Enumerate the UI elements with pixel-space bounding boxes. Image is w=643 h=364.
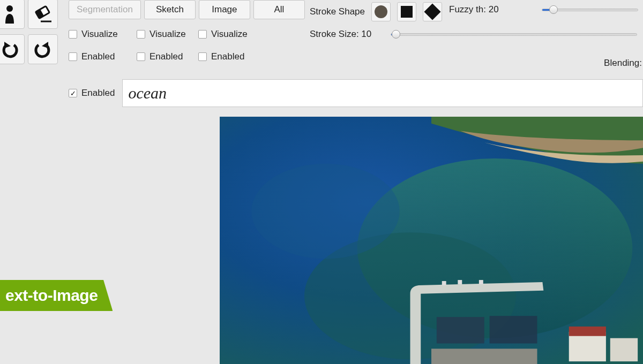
ocean-image-icon xyxy=(220,117,643,364)
text-prompt-input[interactable] xyxy=(122,79,643,107)
redo-tool-button[interactable] xyxy=(28,34,58,64)
person-tool-button[interactable] xyxy=(0,0,25,29)
fuzzy-threshold-row: Fuzzy th: 20 xyxy=(449,4,638,15)
visualize-checkbox-segmentation[interactable]: Visualize xyxy=(69,29,130,40)
svg-rect-12 xyxy=(569,327,606,336)
svg-rect-15 xyxy=(458,280,462,284)
undo-tool-button[interactable] xyxy=(0,34,25,64)
undo-icon xyxy=(0,39,20,60)
mode-button-row: Segmentation Sketch Image All xyxy=(69,0,305,19)
stroke-size-label: Stroke Size: 10 xyxy=(310,29,371,40)
tool-palette xyxy=(0,0,58,64)
checkbox-icon xyxy=(69,30,77,39)
enabled-checkbox-sketch[interactable]: Enabled xyxy=(137,51,198,62)
checkbox-label: Visualize xyxy=(81,29,118,40)
checkbox-icon xyxy=(137,30,145,39)
checkbox-icon xyxy=(198,30,207,39)
segmentation-button[interactable]: Segmentation xyxy=(69,0,141,19)
checkbox-label: Enabled xyxy=(211,51,244,62)
svg-rect-11 xyxy=(569,332,606,361)
visualize-checkbox-sketch[interactable]: Visualize xyxy=(137,29,198,40)
canvas-image[interactable] xyxy=(220,117,643,364)
text-to-image-banner: ext-to-Image xyxy=(0,280,113,311)
sketch-button[interactable]: Sketch xyxy=(144,0,196,19)
checkbox-icon xyxy=(137,52,145,61)
checkbox-label: Enabled xyxy=(81,88,115,98)
stroke-shape-label: Stroke Shape xyxy=(310,6,365,17)
visualize-checkbox-image[interactable]: Visualize xyxy=(198,29,252,40)
checkbox-icon xyxy=(198,52,207,61)
checkbox-label: Visualize xyxy=(211,29,248,40)
fuzzy-threshold-slider[interactable] xyxy=(542,9,638,11)
eraser-tool-button[interactable] xyxy=(28,0,58,29)
svg-rect-10 xyxy=(490,316,537,343)
svg-point-0 xyxy=(6,5,13,12)
image-button[interactable]: Image xyxy=(199,0,250,19)
svg-point-7 xyxy=(251,164,400,259)
stroke-size-slider[interactable] xyxy=(391,33,637,36)
checkbox-label: Enabled xyxy=(149,51,183,62)
checkbox-label: Enabled xyxy=(81,51,115,62)
checkbox-icon xyxy=(69,52,77,61)
all-button[interactable]: All xyxy=(253,0,305,19)
stroke-shape-square-button[interactable] xyxy=(397,2,416,21)
person-icon xyxy=(0,3,20,25)
checkbox-grid: Visualize Enabled Visualize Enabled Visu… xyxy=(69,29,252,62)
fuzzy-threshold-label: Fuzzy th: 20 xyxy=(449,4,499,15)
stroke-shape-diamond-button[interactable] xyxy=(423,2,442,21)
checkbox-icon-checked: ✓ xyxy=(69,89,77,97)
svg-rect-9 xyxy=(437,317,484,343)
enabled-checkbox-image[interactable]: Enabled xyxy=(198,51,252,62)
svg-rect-8 xyxy=(431,348,537,364)
enabled-checkbox-segmentation[interactable]: Enabled xyxy=(69,51,130,62)
svg-rect-16 xyxy=(479,280,483,284)
diamond-icon xyxy=(424,3,440,20)
svg-rect-13 xyxy=(610,338,638,361)
text-prompt-enabled-checkbox[interactable]: ✓ Enabled xyxy=(69,88,115,98)
circle-icon xyxy=(375,5,387,18)
square-icon xyxy=(401,6,413,18)
svg-rect-14 xyxy=(442,281,446,285)
stroke-shape-circle-button[interactable] xyxy=(371,2,391,21)
stroke-shape-row: Stroke Shape xyxy=(310,2,442,21)
blending-label: Blending: xyxy=(604,58,642,69)
checkbox-label: Visualize xyxy=(149,29,186,40)
redo-icon xyxy=(32,39,54,60)
eraser-icon xyxy=(32,3,54,25)
text-prompt-row: ✓ Enabled xyxy=(69,79,643,107)
stroke-size-row: Stroke Size: 10 xyxy=(310,29,637,40)
